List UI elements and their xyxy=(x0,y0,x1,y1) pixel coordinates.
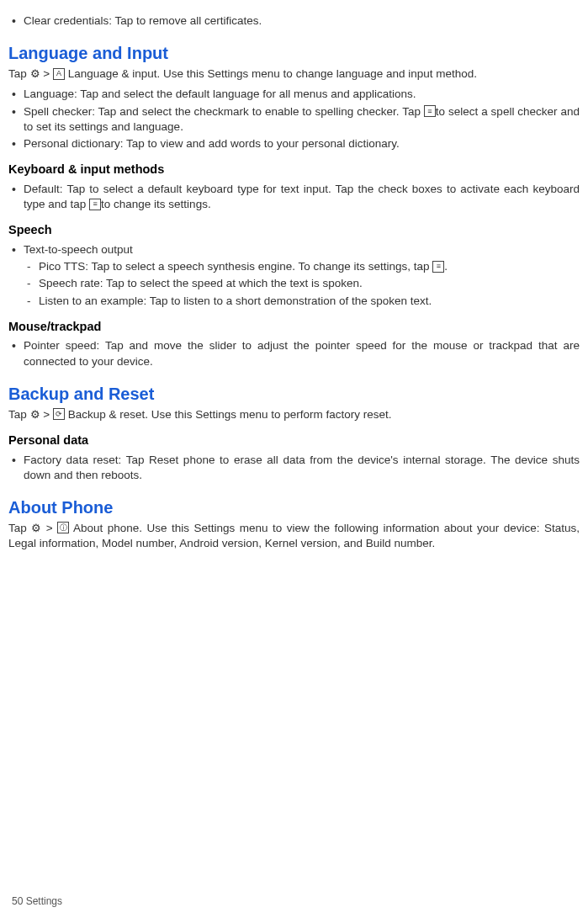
mouse-trackpad-heading: Mouse/trackpad xyxy=(8,319,580,336)
language-and-input-heading: Language and Input xyxy=(8,42,580,65)
text: > xyxy=(43,408,53,421)
text: About phone. Use this Settings menu to v… xyxy=(8,522,580,549)
text: Tap xyxy=(8,522,31,534)
personal-dictionary-item: Personal dictionary: Tap to view and add… xyxy=(24,136,580,151)
gear-icon: ⚙ xyxy=(30,68,40,79)
gear-icon: ⚙ xyxy=(31,523,41,533)
info-icon: ⓘ xyxy=(57,522,69,533)
text: Text-to-speech output xyxy=(24,243,133,256)
sliders-icon: ≡ xyxy=(424,105,436,117)
backup-reset-heading: Backup and Reset xyxy=(8,383,580,406)
language-item: Language: Tap and select the default lan… xyxy=(24,87,580,102)
text: . xyxy=(444,260,448,273)
speech-rate-item: Speech rate: Tap to select the speed at … xyxy=(39,276,580,291)
pointer-speed-item: Pointer speed: Tap and move the slider t… xyxy=(24,338,580,369)
listen-example-item: Listen to an example: Tap to listen to a… xyxy=(39,294,580,309)
text: Language & input. Use this Settings menu… xyxy=(68,67,477,80)
pico-tts-item: Pico TTS: Tap to select a speech synthes… xyxy=(39,259,580,274)
keyboard-input-heading: Keyboard & input methods xyxy=(8,162,580,178)
sliders-icon: ≡ xyxy=(89,199,101,210)
text: > xyxy=(43,67,53,80)
text: Spell checker: Tap and select the checkm… xyxy=(24,105,424,118)
clear-credentials-item: Clear credentials: Tap to remove all cer… xyxy=(24,13,580,29)
text: Pico TTS: Tap to select a speech synthes… xyxy=(39,260,432,273)
text: > xyxy=(46,522,57,534)
text: to change its settings. xyxy=(101,198,211,210)
speech-heading: Speech xyxy=(8,222,580,239)
sliders-icon: ≡ xyxy=(432,261,444,273)
personal-data-heading: Personal data xyxy=(8,432,580,449)
letter-a-icon: A xyxy=(53,68,65,80)
spell-checker-item: Spell checker: Tap and select the checkm… xyxy=(24,104,580,135)
backup-reset-intro: Tap ⚙ > ⟳ Backup & reset. Use this Setti… xyxy=(8,407,580,422)
default-keyboard-item: Default: Tap to select a default keyboar… xyxy=(24,182,580,212)
language-input-intro: Tap ⚙ > A Language & input. Use this Set… xyxy=(8,66,580,82)
tts-output-item: Text-to-speech output Pico TTS: Tap to s… xyxy=(24,242,580,309)
text: Tap xyxy=(8,67,30,80)
about-phone-heading: About Phone xyxy=(8,496,580,519)
text: Backup & reset. Use this Settings menu t… xyxy=(68,408,392,421)
about-phone-intro: Tap ⚙ > ⓘ About phone. Use this Settings… xyxy=(8,521,580,551)
text: Tap xyxy=(8,408,30,421)
factory-reset-item: Factory data reset: Tap Reset phone to e… xyxy=(24,453,580,483)
reset-icon: ⟳ xyxy=(53,408,65,420)
gear-icon: ⚙ xyxy=(30,409,40,420)
